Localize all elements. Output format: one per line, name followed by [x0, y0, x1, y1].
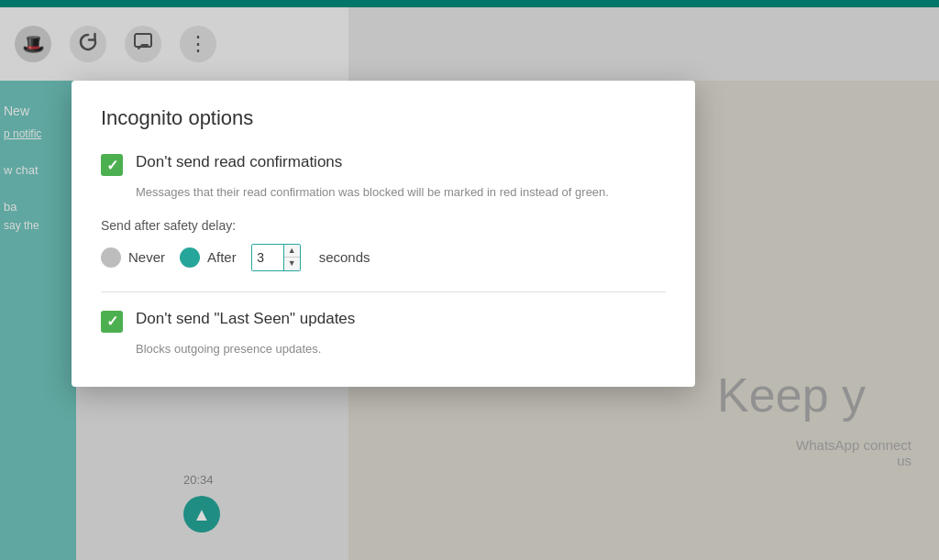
option1-description: Messages that their read confirmation wa…	[136, 183, 666, 202]
option1-label: Don't send read confirmations	[136, 152, 342, 172]
spinner-up-button[interactable]: ▲	[284, 245, 300, 258]
never-radio-circle	[101, 247, 121, 268]
after-radio-label: After	[207, 249, 237, 265]
never-radio-item[interactable]: Never	[101, 247, 165, 268]
after-radio-circle	[180, 247, 200, 268]
seconds-input[interactable]	[252, 245, 283, 270]
checkmark-icon: ✓	[106, 157, 118, 174]
spinner-down-button[interactable]: ▼	[284, 257, 300, 270]
option2-checkbox[interactable]: ✓	[101, 311, 123, 333]
seconds-input-wrap: ▲ ▼	[251, 244, 301, 271]
checkmark2-icon: ✓	[106, 313, 118, 330]
option1-row: ✓ Don't send read confirmations	[101, 152, 666, 176]
popup-title: Incognito options	[101, 106, 666, 130]
option2-description: Blocks outgoing presence updates.	[136, 340, 666, 358]
after-radio-item[interactable]: After	[180, 247, 237, 268]
never-radio-label: Never	[128, 249, 165, 265]
option2-row: ✓ Don't send "Last Seen" updates	[101, 309, 666, 333]
safety-delay-section: Send after safety delay: Never After ▲ ▼…	[101, 218, 666, 271]
option1-checkbox[interactable]: ✓	[101, 154, 123, 176]
safety-delay-label: Send after safety delay:	[101, 218, 666, 233]
incognito-options-popup: Incognito options ✓ Don't send read conf…	[72, 81, 695, 387]
seconds-label: seconds	[319, 249, 370, 265]
divider	[101, 291, 666, 292]
option2-label: Don't send "Last Seen" updates	[136, 309, 355, 329]
spinner-buttons: ▲ ▼	[283, 245, 300, 270]
radio-row: Never After ▲ ▼ seconds	[101, 244, 666, 271]
